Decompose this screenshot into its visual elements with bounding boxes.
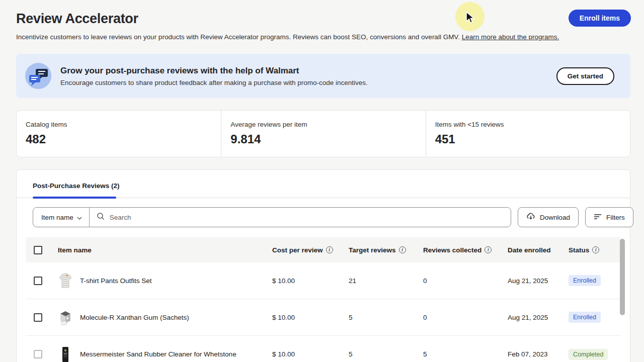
filters-button[interactable]: Filters: [585, 207, 633, 227]
learn-more-link[interactable]: Learn more about the programs.: [462, 33, 559, 41]
banner-title: Grow your post-purchase reviews with the…: [60, 66, 556, 76]
target-reviews-value: 21: [349, 277, 423, 285]
row-checkbox[interactable]: [34, 277, 42, 285]
table-scrollbar-thumb[interactable]: [620, 239, 625, 315]
info-icon[interactable]: i: [485, 246, 492, 253]
active-tab-indicator: [33, 197, 116, 199]
cost-per-review-value: $ 10.00: [272, 277, 349, 285]
column-status: Status: [569, 246, 589, 254]
stat-value: 451: [435, 132, 630, 146]
tab-post-purchase-reviews[interactable]: Post-Purchase Reviews (2): [33, 181, 120, 198]
target-reviews-value: 5: [349, 350, 423, 358]
search-input[interactable]: [110, 214, 504, 221]
box-photo: [58, 309, 73, 325]
chat-bubbles-icon: [25, 63, 51, 89]
stat-value: 482: [26, 132, 221, 146]
banner-description: Encourage customers to share product fee…: [60, 79, 556, 86]
search-combo: Item name: [33, 207, 511, 227]
column-cost-per-review: Cost per review: [272, 246, 323, 254]
status-badge: Enrolled: [569, 312, 601, 323]
info-icon[interactable]: i: [326, 246, 333, 253]
filter-lines-icon: [594, 214, 602, 221]
cost-per-review-value: $ 10.00: [272, 314, 349, 321]
chevron-down-icon: [77, 213, 82, 222]
status-badge: Completed: [569, 349, 608, 360]
row-checkbox[interactable]: [34, 313, 42, 322]
date-enrolled-value: Feb 07, 2023: [508, 350, 569, 358]
stat-label: Average reviews per item: [230, 121, 425, 128]
filters-label: Filters: [606, 214, 625, 221]
search-category-dropdown[interactable]: Item name: [33, 208, 90, 227]
info-icon[interactable]: i: [592, 246, 599, 253]
product-name[interactable]: T-shirt Pants Outfits Set: [80, 277, 152, 285]
select-all-checkbox[interactable]: [34, 246, 42, 254]
programs-table: Item name Cost per reviewi Target review…: [26, 237, 621, 362]
search-category-label: Item name: [41, 214, 73, 221]
dark-package-photo: [58, 346, 73, 362]
table-row: T-shirt Pants Outfits Set$ 10.00210Aug 2…: [26, 262, 621, 299]
column-date-enrolled: Date enrolled: [508, 246, 551, 254]
tab-bar: Post-Purchase Reviews (2): [17, 170, 630, 198]
search-icon: [97, 212, 105, 222]
table-row: Messermeister Sand Rubber Cleaner for Wh…: [26, 336, 621, 362]
search-field: [90, 212, 511, 222]
stat-value: 9.814: [230, 132, 425, 146]
stat-average-reviews: Average reviews per item 9.814: [221, 111, 425, 157]
date-enrolled-value: Aug 21, 2025: [508, 277, 569, 285]
column-target-reviews: Target reviews: [349, 246, 396, 254]
table-header: Item name Cost per reviewi Target review…: [26, 237, 621, 262]
page-title: Review Accelerator: [16, 11, 628, 27]
stat-label: Catalog items: [26, 121, 221, 128]
stat-catalog-items: Catalog items 482: [17, 111, 221, 157]
page-subtitle-text: Incentivize customers to leave reviews o…: [16, 33, 462, 41]
table-row: Molecule-R Xanthan Gum (Sachets)$ 10.005…: [26, 299, 621, 336]
cost-per-review-value: $ 10.00: [272, 350, 349, 358]
download-button[interactable]: Download: [518, 207, 579, 227]
reviews-collected-value: 0: [423, 314, 508, 321]
table-toolbar: Item name Download Filters: [33, 207, 614, 227]
column-reviews-collected: Reviews collected: [423, 246, 481, 254]
promo-banner: Grow your post-purchase reviews with the…: [16, 54, 630, 98]
table-body: T-shirt Pants Outfits Set$ 10.00210Aug 2…: [26, 262, 621, 362]
cloud-download-icon: [526, 213, 535, 222]
page-header: Review Accelerator Incentivize customers…: [0, 0, 644, 41]
stat-label: Items with <15 reviews: [435, 121, 630, 128]
download-label: Download: [540, 214, 570, 221]
t-shirt-photo: [58, 273, 73, 289]
product-name[interactable]: Molecule-R Xanthan Gum (Sachets): [80, 314, 189, 321]
banner-text: Grow your post-purchase reviews with the…: [60, 66, 556, 86]
get-started-button[interactable]: Get started: [556, 67, 614, 85]
date-enrolled-value: Aug 21, 2025: [508, 314, 569, 321]
programs-card: Post-Purchase Reviews (2) Item name: [16, 169, 630, 362]
reviews-collected-value: 0: [423, 277, 508, 285]
enroll-items-button[interactable]: Enroll items: [569, 10, 631, 27]
page-subtitle: Incentivize customers to leave reviews o…: [16, 33, 628, 41]
target-reviews-value: 5: [349, 314, 423, 321]
tab-label: Post-Purchase Reviews (2): [33, 182, 120, 190]
stat-items-few-reviews: Items with <15 reviews 451: [426, 111, 630, 157]
column-item-name: Item name: [58, 246, 92, 254]
status-badge: Enrolled: [569, 275, 601, 286]
stats-card: Catalog items 482 Average reviews per it…: [16, 110, 630, 157]
product-name[interactable]: Messermeister Sand Rubber Cleaner for Wh…: [80, 350, 236, 358]
info-icon[interactable]: i: [399, 246, 406, 253]
row-checkbox[interactable]: [34, 350, 42, 358]
reviews-collected-value: 5: [423, 350, 508, 358]
